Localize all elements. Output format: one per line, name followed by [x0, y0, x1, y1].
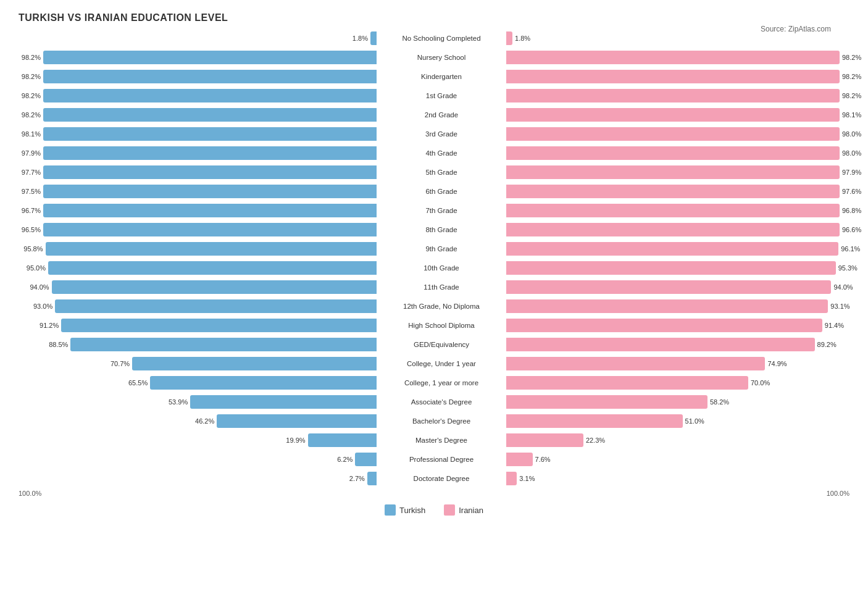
iranian-bar: [506, 146, 840, 160]
turkish-value: 95.8%: [21, 245, 43, 253]
category-label: Bachelor's Degree: [377, 417, 506, 425]
bar-left-wrap: 1.8%: [19, 31, 377, 45]
turkish-bar: [46, 242, 377, 256]
iranian-value: 96.8%: [842, 207, 864, 214]
category-label: College, Under 1 year: [377, 360, 506, 367]
axis-row: 100.0% 100.0%: [19, 490, 849, 497]
turkish-value: 98.2%: [19, 73, 41, 80]
bar-right-wrap: 95.3%: [506, 261, 864, 275]
turkish-value: 97.7%: [19, 169, 41, 176]
turkish-value: 53.9%: [165, 398, 188, 406]
category-label: 10th Grade: [377, 264, 506, 272]
bar-row: 1.8%No Schooling Completed1.8%: [19, 30, 849, 47]
iranian-value: 98.0%: [842, 149, 864, 157]
bar-right-wrap: 1.8%: [506, 31, 864, 45]
bar-right-wrap: 98.1%: [506, 108, 864, 122]
bar-right-wrap: 3.1%: [506, 472, 864, 485]
bar-left-wrap: 70.7%: [19, 357, 377, 370]
turkish-bar: [52, 280, 377, 294]
iranian-bar: [506, 357, 765, 370]
turkish-bar: [150, 376, 377, 390]
bar-row: 98.2%1st Grade98.2%: [19, 87, 849, 104]
bar-left-wrap: 98.2%: [19, 108, 377, 122]
category-label: Kindergarten: [377, 73, 506, 80]
bar-right-wrap: 96.1%: [506, 242, 864, 256]
bar-row: 88.5%GED/Equivalency89.2%: [19, 336, 849, 353]
axis-right: 100.0%: [553, 490, 849, 497]
bar-row: 95.0%10th Grade95.3%: [19, 259, 849, 277]
bar-left-wrap: 6.2%: [19, 453, 377, 466]
bar-left-wrap: 95.8%: [19, 242, 377, 256]
bar-row: 19.9%Master's Degree22.3%: [19, 432, 849, 449]
iranian-bar: [506, 127, 840, 141]
turkish-value: 98.2%: [19, 54, 41, 61]
iranian-value: 1.8%: [515, 35, 537, 42]
iranian-bar: [506, 31, 512, 45]
iranian-bar: [506, 376, 748, 390]
bar-row: 95.8%9th Grade96.1%: [19, 240, 849, 257]
bar-right-wrap: 22.3%: [506, 433, 864, 447]
bar-right-wrap: 98.0%: [506, 127, 864, 141]
category-label: 9th Grade: [377, 245, 506, 253]
bar-right-wrap: 98.2%: [506, 89, 864, 102]
iranian-bar: [506, 70, 840, 83]
turkish-value: 96.5%: [19, 226, 41, 233]
bar-left-wrap: 98.2%: [19, 51, 377, 64]
bar-left-wrap: 98.2%: [19, 70, 377, 83]
bar-left-wrap: 2.7%: [19, 472, 377, 485]
bar-right-wrap: 97.9%: [506, 165, 864, 179]
turkish-bar: [132, 357, 377, 370]
legend-iranian-box: [444, 504, 455, 516]
iranian-value: 3.1%: [519, 475, 541, 482]
iranian-value: 96.1%: [841, 245, 863, 253]
iranian-value: 51.0%: [685, 417, 707, 425]
bar-left-wrap: 46.2%: [19, 414, 377, 428]
bar-right-wrap: 74.9%: [506, 357, 864, 370]
bar-row: 93.0%12th Grade, No Diploma93.1%: [19, 298, 849, 315]
bar-left-wrap: 95.0%: [19, 261, 377, 275]
turkish-bar: [43, 127, 377, 141]
iranian-value: 89.2%: [817, 341, 840, 348]
bar-left-wrap: 91.2%: [19, 319, 377, 332]
category-label: Associate's Degree: [377, 398, 506, 406]
bar-right-wrap: 96.6%: [506, 223, 864, 236]
turkish-bar: [55, 299, 377, 313]
iranian-bar: [506, 338, 815, 351]
category-label: High School Diploma: [377, 322, 506, 329]
turkish-value: 96.7%: [19, 207, 41, 214]
turkish-value: 98.2%: [19, 111, 41, 119]
iranian-value: 58.2%: [710, 398, 732, 406]
turkish-value: 97.9%: [19, 149, 41, 157]
turkish-bar: [43, 146, 377, 160]
bar-left-wrap: 94.0%: [19, 280, 377, 294]
turkish-value: 93.0%: [30, 303, 52, 310]
iranian-value: 98.2%: [842, 54, 864, 61]
turkish-value: 98.1%: [19, 130, 41, 138]
bar-right-wrap: 94.0%: [506, 280, 864, 294]
bar-row: 98.2%Nursery School98.2%: [19, 49, 849, 66]
turkish-value: 88.5%: [46, 341, 68, 348]
turkish-value: 97.5%: [19, 188, 41, 195]
iranian-bar: [506, 261, 836, 275]
iranian-bar: [506, 51, 840, 64]
iranian-bar: [506, 395, 707, 409]
turkish-value: 65.5%: [125, 379, 148, 387]
iranian-value: 22.3%: [586, 437, 608, 444]
iranian-bar: [506, 185, 840, 198]
iranian-value: 98.2%: [842, 73, 864, 80]
category-label: 2nd Grade: [377, 111, 506, 119]
turkish-bar: [370, 31, 377, 45]
axis-left: 100.0%: [19, 490, 315, 497]
iranian-bar: [506, 414, 683, 428]
iranian-value: 95.3%: [838, 264, 861, 272]
category-label: 6th Grade: [377, 188, 506, 195]
turkish-bar: [43, 185, 377, 198]
iranian-bar: [506, 472, 517, 485]
bar-row: 53.9%Associate's Degree58.2%: [19, 393, 849, 411]
iranian-value: 94.0%: [833, 283, 856, 291]
turkish-value: 70.7%: [107, 360, 130, 367]
turkish-bar: [43, 51, 377, 64]
bar-right-wrap: 91.4%: [506, 319, 864, 332]
category-label: Nursery School: [377, 54, 506, 61]
bar-right-wrap: 51.0%: [506, 414, 864, 428]
